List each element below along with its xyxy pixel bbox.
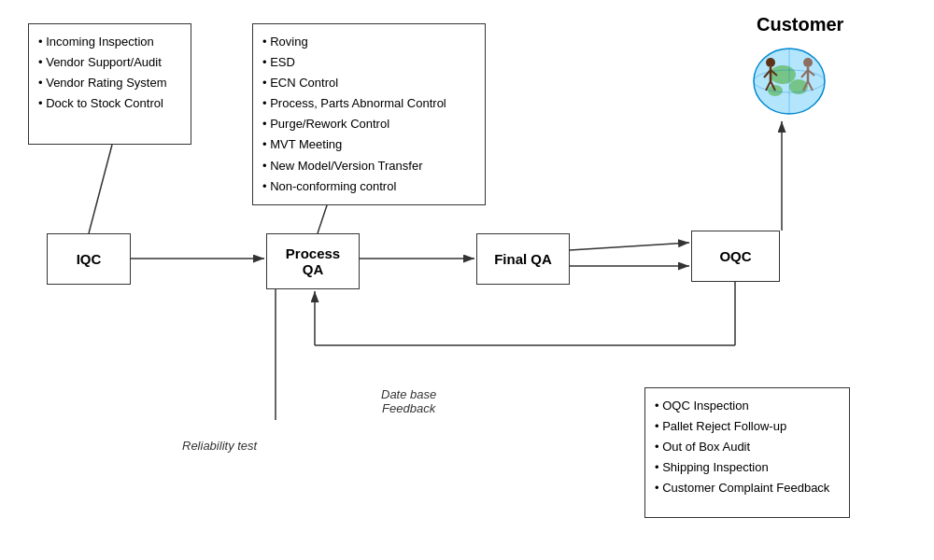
- oqc-note-3: Out of Box Audit: [655, 437, 840, 457]
- feedback-label: Date base Feedback: [381, 387, 436, 415]
- oqc-label: OQC: [719, 248, 751, 264]
- svg-point-18: [766, 58, 775, 67]
- processqa-note-8: Non-conforming control: [262, 176, 475, 197]
- processqa-note-2: ESD: [262, 52, 475, 73]
- iqc-note-4: Dock to Stock Control: [38, 93, 181, 114]
- customer-label: Customer: [757, 14, 843, 35]
- svg-point-24: [803, 58, 813, 67]
- oqc-note-4: Shipping Inspection: [655, 457, 840, 478]
- finalqa-box: Final QA: [476, 233, 570, 285]
- svg-point-13: [770, 65, 796, 84]
- oqc-note-2: Pallet Reject Follow-up: [655, 416, 840, 437]
- customer-globe-image: [747, 42, 831, 117]
- oqc-notes-list: OQC Inspection Pallet Reject Follow-up O…: [655, 396, 840, 498]
- iqc-note-2: Vendor Support/Audit: [38, 52, 181, 73]
- feedback-line2: Feedback: [382, 401, 435, 415]
- iqc-box: IQC: [47, 233, 131, 285]
- feedback-line1: Date base: [381, 387, 436, 401]
- diagram-container: Incoming Inspection Vendor Support/Audit…: [0, 0, 934, 560]
- oqc-box: OQC: [691, 231, 780, 282]
- iqc-notes-list: Incoming Inspection Vendor Support/Audit…: [38, 32, 181, 114]
- processqa-note-7: New Model/Version Transfer: [262, 156, 475, 176]
- svg-line-4: [570, 243, 689, 250]
- oqc-notes-box: OQC Inspection Pallet Reject Follow-up O…: [644, 387, 850, 518]
- svg-line-0: [89, 145, 112, 233]
- oqc-note-1: OQC Inspection: [655, 396, 840, 416]
- iqc-note-1: Incoming Inspection: [38, 32, 181, 52]
- iqc-label: IQC: [77, 251, 102, 267]
- iqc-note-3: Vendor Rating System: [38, 73, 181, 93]
- processqa-note-4: Process, Parts Abnormal Control: [262, 93, 475, 114]
- processqa-notes-box: Roving ESD ECN Control Process, Parts Ab…: [252, 23, 486, 205]
- processqa-notes-list: Roving ESD ECN Control Process, Parts Ab…: [262, 32, 475, 197]
- processqa-note-6: MVT Meeting: [262, 134, 475, 155]
- finalqa-label: Final QA: [494, 251, 552, 267]
- oqc-note-5: Customer Complaint Feedback: [655, 478, 840, 498]
- processqa-box: Process QA: [266, 233, 360, 289]
- iqc-notes-box: Incoming Inspection Vendor Support/Audit…: [28, 23, 191, 145]
- processqa-note-5: Purge/Rework Control: [262, 114, 475, 134]
- processqa-note-1: Roving: [262, 32, 475, 52]
- reliability-test-label: Reliability test: [182, 439, 257, 453]
- processqa-note-3: ECN Control: [262, 73, 475, 93]
- processqa-label: Process QA: [275, 245, 351, 277]
